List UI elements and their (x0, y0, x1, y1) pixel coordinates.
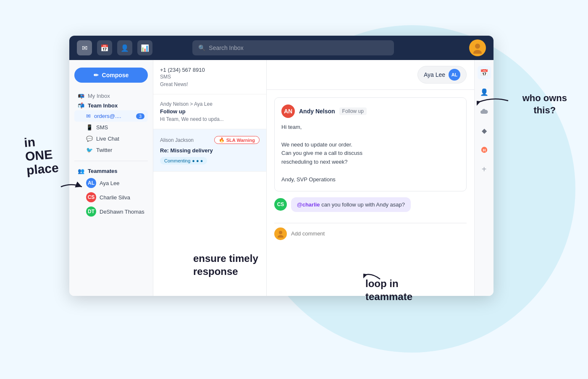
conversation-list: +1 (234) 567 8910 SMS Great News! Andy N… (153, 60, 267, 296)
my-inbox-icon: 📭 (78, 93, 84, 99)
search-icon: 🔍 (198, 44, 205, 51)
sla-fire-icon: 🔥 (219, 137, 225, 143)
conversation-item-delivery[interactable]: Alison Jackson 🔥 SLA Warning Re: Missing… (153, 129, 266, 172)
sla-badge-label: SLA Warning (226, 138, 255, 143)
right-icon-cloud[interactable] (478, 105, 491, 118)
right-icon-diamond[interactable]: ◆ (478, 124, 491, 137)
top-nav: ✉ 📅 👤 📊 🔍 Search Inbox (69, 36, 494, 60)
email-message-card: AN Andy Nelson Follow up Hi team, We nee… (274, 97, 467, 191)
commenting-label: Commenting (164, 158, 190, 163)
conversation-item-followup[interactable]: Andy Nelson > Aya Lee Follow up Hi Team,… (153, 94, 266, 129)
commenting-badge: Commenting ● ● ● (160, 157, 207, 165)
sidebar-team-inbox[interactable]: 📬 Team Inbox (74, 101, 148, 110)
svg-point-2 (279, 231, 282, 234)
conv-preview-sms: Great News! (160, 81, 260, 87)
email-body-text: Hi team, We need to update our order. Ca… (281, 123, 459, 184)
teammate-avatar-aya: AL (86, 178, 96, 188)
team-inbox-icon: 📬 (78, 102, 84, 109)
conv-subject-followup: Follow up (160, 108, 260, 115)
right-icon-add[interactable]: + (478, 162, 491, 176)
orders-label: orders@.... (94, 113, 121, 119)
sidebar-orders-inbox[interactable]: ✉ orders@.... 3 (74, 110, 148, 122)
commenting-dots: ● ● ● (192, 158, 203, 163)
orders-icon: ✉ (86, 113, 91, 119)
current-user-avatar (274, 227, 287, 240)
conv-type: SMS (160, 74, 260, 80)
sms-icon: 📱 (86, 124, 93, 131)
right-sidebar: 📅 👤 ◆ H + (474, 60, 494, 296)
sla-warning-badge: 🔥 SLA Warning (214, 136, 260, 144)
teammate-aya-lee[interactable]: AL Aya Lee (74, 176, 148, 190)
assignee-pill[interactable]: Aya Lee AL (417, 66, 467, 84)
conversation-item-sms[interactable]: +1 (234) 567 8910 SMS Great News! (153, 60, 266, 94)
svg-text:H: H (483, 148, 486, 152)
search-placeholder: Search Inbox (209, 44, 244, 51)
sidebar-live-chat[interactable]: 💬 Live Chat (74, 133, 148, 144)
conv-meta-delivery: Alison Jackson (160, 137, 194, 143)
email-card-header: AN Andy Nelson Follow up (281, 105, 459, 118)
teammate-charlie-silva[interactable]: CS Charlie Silva (74, 190, 148, 204)
teammate-name-charlie: Charlie Silva (100, 194, 130, 201)
add-comment-input[interactable] (291, 230, 467, 237)
teammate-name-deshawn: DeShawn Thomas (100, 209, 144, 215)
comment-text: can you follow up with Andy asap? (321, 201, 405, 208)
teammate-deshawn-thomas[interactable]: DT DeShawn Thomas (74, 204, 148, 219)
sms-label: SMS (96, 124, 108, 131)
user-avatar-nav[interactable] (469, 39, 486, 56)
live-chat-icon: 💬 (86, 136, 93, 142)
right-icon-hubspot[interactable]: H (478, 143, 491, 157)
sender-name: Andy Nelson (299, 108, 335, 115)
teammate-avatar-charlie: CS (86, 192, 96, 202)
sidebar-my-inbox[interactable]: 📭 My Inbox (74, 91, 148, 101)
nav-calendar-icon[interactable]: 📅 (97, 40, 112, 55)
sidebar-teammates-section: 👥 Teammates (74, 166, 148, 176)
email-panel: Aya Lee AL AN Andy Nelson Follow up Hi t… (267, 60, 474, 296)
sidebar-twitter[interactable]: 🐦 Twitter (74, 144, 148, 156)
main-content: ✏ Compose 📭 My Inbox 📬 Team Inbox ✉ orde… (69, 60, 494, 296)
teammate-avatar-deshawn: DT (86, 206, 96, 217)
right-icon-contact[interactable]: 👤 (478, 85, 491, 99)
teammate-name-aya: Aya Lee (100, 180, 119, 186)
nav-reports-icon[interactable]: 📊 (137, 40, 152, 55)
svg-point-0 (475, 44, 480, 49)
search-bar[interactable]: 🔍 Search Inbox (192, 40, 394, 55)
charlie-avatar: CS (274, 198, 287, 211)
conv-preview-followup: Hi Team, We need to upda... (160, 116, 260, 122)
sidebar: ✏ Compose 📭 My Inbox 📬 Team Inbox ✉ orde… (69, 60, 153, 296)
compose-icon: ✏ (94, 72, 99, 78)
twitter-icon: 🐦 (86, 147, 93, 153)
comment-bubble: @charlie can you follow up with Andy asa… (291, 197, 411, 212)
comment-row: CS @charlie can you follow up with Andy … (274, 197, 467, 217)
orders-badge: 3 (136, 113, 144, 119)
conv-subject-delivery: Re: Missing delivery (160, 147, 260, 154)
compose-label: Compose (102, 72, 129, 78)
email-body: AN Andy Nelson Follow up Hi team, We nee… (267, 90, 474, 296)
annotation-in-one-place: inONEplace (24, 133, 59, 177)
email-header: Aya Lee AL (267, 60, 474, 90)
nav-inbox-icon[interactable]: ✉ (77, 40, 92, 55)
svg-point-1 (473, 50, 482, 54)
live-chat-label: Live Chat (96, 136, 119, 142)
nav-contacts-icon[interactable]: 👤 (117, 40, 132, 55)
app-window: ✉ 📅 👤 📊 🔍 Search Inbox ✏ Compose 📭 My In… (69, 36, 494, 296)
email-subject-tag: Follow up (339, 107, 367, 115)
conv-phone: +1 (234) 567 8910 (160, 67, 260, 73)
compose-button[interactable]: ✏ Compose (74, 68, 148, 83)
mention-charlie: @charlie (297, 201, 320, 208)
twitter-label: Twitter (96, 147, 112, 153)
assignee-avatar: AL (449, 69, 460, 81)
teammates-icon: 👥 (78, 168, 84, 174)
sender-avatar: AN (281, 105, 295, 118)
assignee-name: Aya Lee (424, 71, 445, 78)
comment-input-row (274, 223, 467, 244)
right-icon-calendar[interactable]: 📅 (478, 66, 491, 79)
conv-meta-followup: Andy Nelson > Aya Lee (160, 101, 260, 107)
sidebar-divider (74, 161, 148, 161)
svg-point-3 (278, 235, 284, 238)
sidebar-sms[interactable]: 📱 SMS (74, 122, 148, 133)
